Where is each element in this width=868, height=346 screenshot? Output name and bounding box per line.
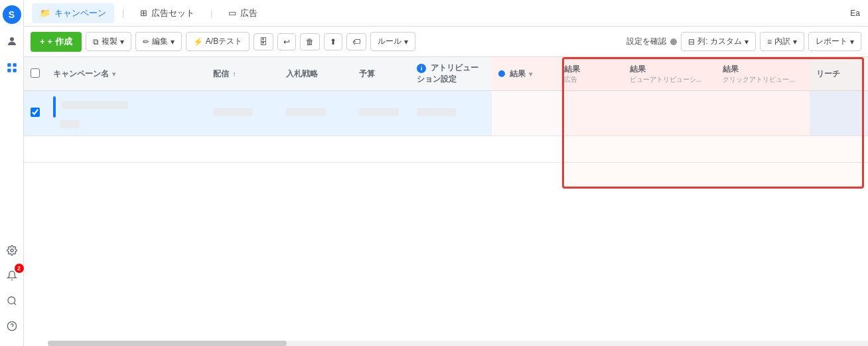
columns-icon: ⊟ [688, 37, 695, 46]
undo-button[interactable]: ↩ [277, 33, 296, 50]
th-reach: リーチ [810, 57, 868, 91]
rules-button[interactable]: ルール ▾ [370, 32, 415, 51]
tag-button[interactable]: 🏷 [346, 33, 366, 50]
table-header-row: キャンペーン名 ▾ 配信 ↑ 入札戦略 予算 [24, 57, 868, 91]
breakdown-button[interactable]: ≡ 内訳 ▾ [760, 32, 804, 51]
th-results-1-label: 結果 [510, 69, 526, 78]
report-button[interactable]: レポート ▾ [808, 32, 861, 51]
report-chevron: ▾ [850, 37, 854, 46]
duplicate-chevron: ▾ [120, 37, 124, 46]
td-results-4 [716, 91, 810, 136]
svg-point-5 [11, 249, 13, 252]
ad-icon: ▭ [228, 8, 236, 18]
undo-icon: ↩ [283, 37, 290, 46]
toolbar-right: 設定を確認 ⊟ 列: カスタム ▾ ≡ 内訳 ▾ レポート ▾ [626, 32, 861, 51]
th-budget: 予算 [352, 57, 411, 91]
sidebar-icon-bell-wrap: 2 [3, 266, 21, 285]
th-bid: 入札戦略 [279, 57, 352, 91]
sidebar-icon-gear[interactable] [3, 241, 21, 260]
th-attribution: i アトリビューション設定 [410, 57, 492, 91]
export-button[interactable]: ⬆ [324, 33, 342, 50]
top-nav: 📁 キャンペーン | ⊞ 広告セット | ▭ 広告 Ea [24, 0, 868, 27]
attribution-info-icon[interactable]: i [417, 64, 426, 73]
td-results-3 [623, 91, 717, 136]
th-results-3-label: 結果 [630, 64, 710, 75]
ab-icon: ⚡ [193, 37, 203, 46]
td-delivery [206, 91, 279, 136]
svg-point-0 [10, 37, 14, 41]
select-all-checkbox[interactable] [31, 68, 40, 78]
create-button-label: + 作成 [48, 36, 72, 48]
results1-filter[interactable]: ▾ [529, 70, 532, 78]
svg-rect-1 [7, 63, 11, 66]
duplicate-label: 複製 [102, 36, 117, 47]
th-delivery: 配信 ↑ [206, 57, 279, 91]
delivery-sort[interactable]: ↑ [233, 70, 236, 78]
table-row[interactable] [24, 91, 868, 136]
th-results-4-sub: クリックアトリビュー... [723, 75, 803, 84]
td-name [46, 91, 206, 136]
edit-chevron: ▾ [171, 37, 175, 46]
sidebar-icon-grid[interactable] [3, 58, 21, 77]
app-container: S 2 [0, 0, 868, 346]
th-results-4: 結果 クリックアトリビュー... [716, 57, 810, 91]
svg-rect-4 [13, 69, 16, 72]
plus-icon: + [40, 37, 45, 46]
sidebar-icon-person[interactable] [3, 32, 21, 50]
nav-tab-adset[interactable]: ⊞ 広告セット [132, 3, 202, 23]
sidebar-icon-search[interactable] [3, 292, 21, 310]
settings-confirm[interactable]: 設定を確認 [626, 36, 677, 47]
nav-tab-campaign-label: キャンペーン [54, 7, 106, 19]
create-button[interactable]: + + 作成 [31, 32, 82, 52]
settings-confirm-label: 設定を確認 [626, 36, 666, 47]
ab-test-button[interactable]: ⚡ A/Bテスト [186, 32, 250, 51]
ab-label: A/Bテスト [206, 36, 242, 47]
sidebar-logo[interactable]: S [3, 5, 21, 24]
th-results-1: 結果 ▾ [492, 57, 557, 91]
archive-button[interactable]: 🗄 [253, 33, 273, 50]
td-name-blurred2 [60, 120, 80, 128]
th-budget-label: 予算 [359, 69, 375, 78]
campaign-folder-icon: 📁 [40, 8, 50, 18]
nav-tab-adset-label: 広告セット [151, 7, 194, 19]
td-results-1 [492, 91, 557, 136]
archive-icon: 🗄 [259, 37, 267, 46]
bell-badge: 2 [15, 264, 24, 273]
delete-button[interactable]: 🗑 [300, 33, 320, 50]
th-checkbox [24, 57, 46, 91]
breakdown-chevron: ▾ [793, 37, 797, 46]
td-reach [810, 91, 868, 136]
rules-label: ルール [378, 36, 401, 47]
edit-button[interactable]: ✏ 編集 ▾ [135, 32, 182, 51]
duplicate-button[interactable]: ⧉ 複製 ▾ [86, 32, 131, 51]
campaign-name-filter[interactable]: ▾ [112, 70, 115, 78]
row-color-bar [53, 96, 56, 118]
nav-tab-ad[interactable]: ▭ 広告 [220, 3, 265, 23]
th-campaign-name-label: キャンペーン名 [53, 69, 109, 78]
th-results-2: 結果 広告 [557, 57, 623, 91]
nav-sep-2: | [210, 9, 212, 18]
scrollbar-thumb[interactable] [48, 341, 287, 346]
td-attribution [410, 91, 492, 136]
export-icon: ⬆ [330, 37, 336, 46]
sidebar-icon-help[interactable] [3, 317, 21, 335]
table-container: キャンペーン名 ▾ 配信 ↑ 入札戦略 予算 [24, 57, 868, 346]
td-bid-blurred [286, 108, 326, 116]
scrollbar-track [48, 341, 868, 346]
td-name-blurred [62, 101, 128, 109]
svg-rect-2 [13, 63, 16, 66]
columns-button[interactable]: ⊟ 列: カスタム ▾ [681, 32, 756, 51]
td-budget [352, 91, 411, 136]
trash-icon: 🗑 [306, 37, 314, 46]
sidebar: S 2 [0, 0, 24, 346]
nav-tab-campaign[interactable]: 📁 キャンペーン [32, 3, 114, 23]
tag-icon: 🏷 [352, 37, 360, 46]
rules-chevron: ▾ [404, 37, 408, 46]
main-area: 📁 キャンペーン | ⊞ 広告セット | ▭ 広告 Ea + + 作成 ⧉ [24, 0, 868, 346]
td-results-2 [557, 91, 623, 136]
edit-label: 編集 [152, 36, 168, 47]
th-reach-label: リーチ [816, 69, 840, 78]
report-label: レポート [816, 36, 847, 47]
toolbar: + + 作成 ⧉ 複製 ▾ ✏ 編集 ▾ ⚡ A/Bテスト 🗄 ↩ [24, 27, 868, 57]
row-checkbox[interactable] [31, 108, 40, 117]
